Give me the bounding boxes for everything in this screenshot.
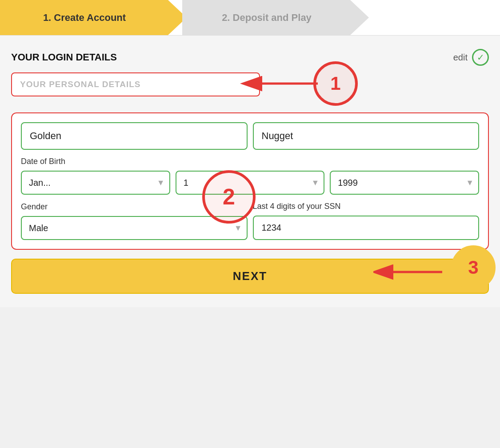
- edit-link[interactable]: edit: [453, 52, 468, 63]
- form-container: Date of Birth Jan... Feb... Mar... Apr..…: [11, 112, 489, 250]
- gender-wrapper: Male Female Other ▼: [21, 216, 248, 240]
- main-content: YOUR LOGIN DETAILS edit ✓ YOUR PERSONAL …: [0, 36, 500, 307]
- gender-col: Gender Male Female Other ▼: [21, 202, 248, 240]
- ssn-col: Last 4 digits of your SSN: [253, 202, 480, 240]
- gender-ssn-row: Gender Male Female Other ▼ Last 4 digits…: [21, 202, 479, 240]
- next-button[interactable]: NEXT: [11, 259, 489, 294]
- year-wrapper: 1999 1998 2000 ▼: [330, 171, 479, 195]
- login-section-title: YOUR LOGIN DETAILS: [11, 52, 117, 63]
- year-select[interactable]: 1999 1998 2000: [330, 171, 479, 195]
- next-button-wrapper: NEXT 3: [11, 259, 489, 294]
- gender-select[interactable]: Male Female Other: [21, 216, 248, 240]
- last-name-input[interactable]: [253, 122, 480, 150]
- month-wrapper: Jan... Feb... Mar... Apr... May... Jun..…: [21, 171, 170, 195]
- progress-bar: 1. Create Account 2. Deposit and Play: [0, 0, 500, 36]
- step-2-label: 2. Deposit and Play: [222, 12, 312, 24]
- month-select[interactable]: Jan... Feb... Mar... Apr... May... Jun..…: [21, 171, 170, 195]
- header-right: edit ✓: [453, 49, 489, 66]
- step-1-label: 1. Create Account: [43, 12, 126, 24]
- step-2[interactable]: 2. Deposit and Play: [182, 0, 369, 35]
- form-wrapper: Date of Birth Jan... Feb... Mar... Apr..…: [11, 112, 489, 250]
- login-section-header: YOUR LOGIN DETAILS edit ✓: [11, 49, 489, 66]
- gender-label: Gender: [21, 202, 248, 212]
- check-icon: ✓: [472, 49, 489, 66]
- badge-1: 1: [313, 61, 358, 106]
- day-select[interactable]: 1 2 3 4 5: [176, 171, 325, 195]
- name-row: [21, 122, 479, 150]
- step-1[interactable]: 1. Create Account: [0, 0, 187, 35]
- dob-label: Date of Birth: [21, 157, 479, 166]
- personal-details-tab[interactable]: YOUR PERSONAL DETAILS: [11, 72, 260, 96]
- day-wrapper: 1 2 3 4 5 ▼: [176, 171, 325, 195]
- dob-row: Jan... Feb... Mar... Apr... May... Jun..…: [21, 171, 479, 195]
- personal-details-row: YOUR PERSONAL DETAILS 1: [11, 72, 489, 104]
- first-name-input[interactable]: [21, 122, 248, 150]
- ssn-input[interactable]: [253, 216, 480, 240]
- personal-details-label: YOUR PERSONAL DETAILS: [20, 80, 141, 89]
- ssn-label: Last 4 digits of your SSN: [253, 202, 480, 211]
